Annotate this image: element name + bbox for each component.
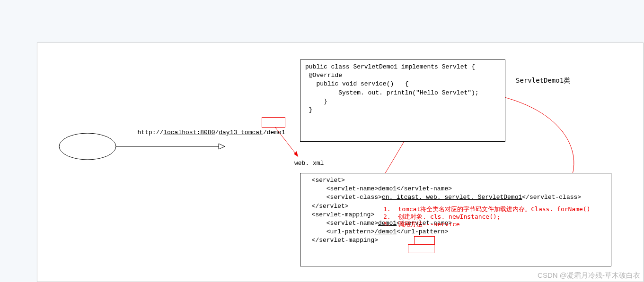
code-l8: }	[305, 106, 500, 114]
xml-l1: <servlet>	[304, 176, 607, 185]
code-l5a: System. out. println(	[305, 89, 416, 96]
url-pattern-highlight	[408, 244, 434, 253]
xml-l7a: <servlet-name>	[304, 220, 378, 227]
xml-l8a: <url-pattern>	[304, 228, 374, 235]
url-prefix: http://	[138, 129, 164, 136]
code-l3: @Override	[305, 71, 500, 80]
xml-l3: <servlet-class>cn. itcast. web. servlet.…	[304, 193, 607, 202]
note3: 3. 调用方法---service	[383, 220, 460, 229]
xml-l3b: cn. itcast. web. servlet. ServletDemo1	[382, 194, 522, 201]
code-l6: }	[305, 97, 500, 106]
url-sep2: /	[263, 129, 267, 136]
url-path2: demo1	[267, 129, 285, 136]
code-l4: public void service() {	[305, 80, 500, 88]
code-l5: System. out. println("Hello Servlet");	[305, 89, 500, 97]
xml-l3c: </servlet-class>	[522, 194, 581, 201]
url-path1: day13_tomcat	[219, 129, 263, 136]
xml-l2: <servlet-name>demo1</servlet-name>	[304, 185, 607, 193]
xml-l3a: <servlet-class>	[304, 194, 382, 201]
url-host: localhost:8080	[163, 129, 215, 136]
xml-l8: <url-pattern>/demo1</url-pattern>	[304, 228, 607, 236]
class-label: ServletDemo1类	[516, 77, 570, 85]
code-l5b: "Hello Servlet");	[416, 89, 479, 96]
webxml-label: web. xml	[294, 159, 324, 168]
xml-l8b: /demo1	[374, 228, 397, 235]
url-demo1-highlight	[262, 117, 285, 128]
code-l1: public class ServletDemo1 implements Ser…	[305, 63, 500, 71]
servlet-code-box: public class ServletDemo1 implements Ser…	[300, 60, 505, 142]
xml-l9: </servlet-mapping>	[304, 236, 607, 245]
xml-l8c: </url-pattern>	[397, 228, 448, 235]
mapping-name-highlight	[414, 236, 435, 245]
